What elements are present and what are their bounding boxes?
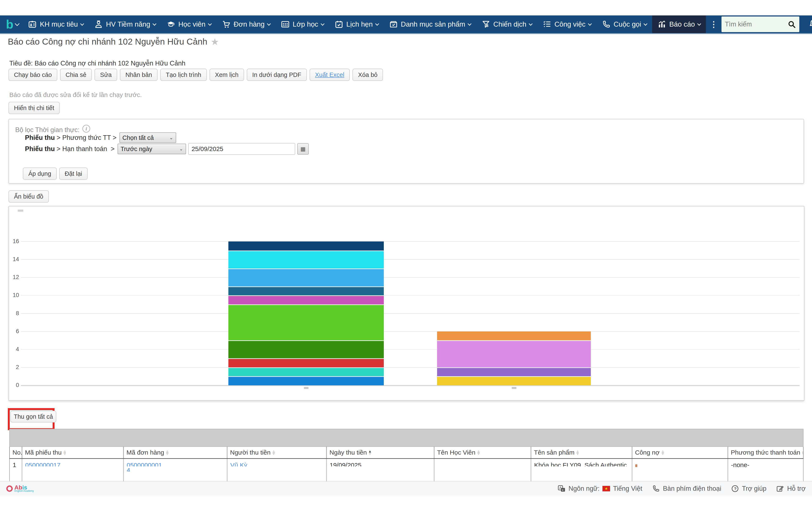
table-cell[interactable]: Vũ Kỳ [227, 459, 327, 481]
hide-chart-button[interactable]: Ẩn biểu đồ [8, 190, 49, 203]
abis-logo[interactable]: Abis English Academy [6, 485, 34, 492]
column-header-m-phi-u-thu[interactable]: Mã phiếu thu▵▿ [22, 447, 124, 458]
funnel-dollar-icon: $ [481, 20, 490, 29]
info-icon[interactable]: i [83, 125, 90, 132]
nav-item-label: Học viên [178, 20, 205, 28]
toolbar-button[interactable]: Nhân bản [120, 69, 158, 81]
record-link[interactable]: Vũ Kỳ [230, 462, 247, 466]
toolbar-button[interactable]: Chia sẻ [60, 69, 92, 81]
record-link[interactable]: 0500000017 [25, 462, 60, 466]
nav-item-đơn-hàng[interactable]: Đơn hàng [216, 15, 275, 33]
chevron-down-icon [208, 22, 212, 25]
language-switcher[interactable]: Ax Ngôn ngữ: ★ Tiếng Việt [558, 485, 642, 493]
cart-icon [222, 20, 231, 29]
bar-segment[interactable] [229, 269, 384, 286]
y-axis-tick-label: 14 [9, 256, 19, 263]
column-header-no-[interactable]: No. [10, 447, 22, 458]
record-link[interactable]: 4 [126, 467, 130, 471]
filter-path-rest: > Phương thức TT > [55, 134, 116, 142]
nav-item-học-viên[interactable]: Học viên [161, 15, 216, 33]
bar-segment[interactable] [229, 250, 384, 269]
sort-icon[interactable]: ▵▿ [64, 450, 66, 455]
toolbar-button[interactable]: Xóa bỏ [353, 69, 383, 81]
column-header-label: Mã phiếu thu [25, 449, 61, 456]
nav-right-group: Tìm kiếm [721, 15, 812, 33]
nav-item-kh-mục-tiêu[interactable]: KH mục tiêu [22, 15, 89, 33]
table-group-band[interactable] [9, 429, 804, 447]
payment-method-select[interactable]: Chọn tất cả ⌄ [119, 132, 176, 143]
table-cell [632, 459, 728, 481]
show-details-button[interactable]: Hiển thị chi tiết [8, 102, 60, 114]
nav-item-cuộc-gọi[interactable]: Cuộc gọi [597, 15, 652, 33]
nav-item-chiến-dịch[interactable]: $Chiến dịch [476, 15, 537, 33]
apply-button[interactable]: Áp dụng [23, 168, 57, 180]
nav-item-báo-cáo[interactable]: Báo cáo [652, 15, 706, 33]
toolbar-button[interactable]: Tạo lịch trình [160, 69, 207, 81]
bar-segment[interactable] [229, 295, 384, 304]
bar-segment[interactable] [229, 304, 384, 340]
toolbar-button[interactable]: Xem lịch [210, 69, 244, 81]
column-header-label: No. [12, 449, 22, 456]
sort-icon[interactable]: ▵▿ [802, 450, 804, 455]
sort-icon[interactable]: ▵▿ [166, 450, 168, 455]
toolbar-button[interactable]: In dưới dạng PDF [247, 69, 307, 81]
search-icon[interactable] [788, 20, 796, 29]
y-axis-tick-label: 8 [9, 310, 19, 317]
edit-square-icon [776, 485, 784, 493]
nav-item-công-việc[interactable]: Công việc [537, 15, 597, 33]
bar-segment[interactable] [437, 331, 591, 341]
nav-item-lớp-học[interactable]: Lớp học [275, 15, 329, 33]
nav-item-danh-mục-sản-phẩm[interactable]: Danh mục sản phẩm [384, 15, 476, 33]
table-cell[interactable]: 0500000017 [22, 459, 124, 481]
column-header-ng-y-thu-ti-n[interactable]: Ngày thu tiền▴▿ [327, 447, 434, 458]
record-link[interactable]: 0500000001 [126, 462, 162, 466]
column-header-m-n-h-ng[interactable]: Mã đơn hàng▵▿ [124, 447, 227, 458]
bar-segment[interactable] [229, 358, 384, 368]
abis-logo-text: Abis [14, 485, 34, 490]
table-cell[interactable]: 05000000014 [124, 459, 227, 481]
collapse-all-button[interactable]: Thu gọn tất cả [10, 411, 56, 422]
search-input[interactable]: Tìm kiếm [721, 16, 799, 32]
toolbar-button[interactable]: Chạy báo cáo [8, 69, 57, 81]
bar-segment[interactable] [437, 340, 591, 368]
notifications-bell-icon[interactable] [809, 19, 812, 30]
footer-link-bàn-phím-điện-thoại[interactable]: Bàn phím điện thoại [652, 485, 721, 493]
bar-segment[interactable] [229, 376, 384, 385]
more-menu-kebab-icon[interactable]: ⋮ [706, 15, 721, 33]
footer-link-hỗ-trợ[interactable]: Hỗ trợ [776, 485, 806, 493]
date-operator-select[interactable]: Trước ngày ⌄ [117, 144, 186, 154]
footer-link-trợ-giúp[interactable]: ?Trợ giúp [731, 485, 767, 493]
svg-text:x: x [562, 488, 563, 492]
column-header-ph-ng-th-c-thanh-to-n[interactable]: Phương thức thanh toán▵▿ [728, 447, 804, 458]
date-field[interactable]: 25/09/2025 [188, 143, 295, 155]
chart-gridline [21, 277, 800, 278]
bar-segment[interactable] [437, 376, 591, 385]
sort-asc-icon[interactable]: ▴▿ [369, 450, 371, 455]
reset-button[interactable]: Đặt lại [59, 168, 88, 180]
bar-segment[interactable] [229, 286, 384, 295]
report-toolbar: Chạy báo cáoChia sẻSửaNhân bảnTạo lịch t… [8, 69, 383, 81]
nav-item-label: Công việc [554, 20, 586, 28]
sort-icon[interactable]: ▵▿ [577, 450, 579, 455]
bar-segment[interactable] [229, 368, 384, 377]
clipped-value-fragment [635, 464, 637, 467]
sort-icon[interactable]: ▵▿ [477, 450, 479, 455]
column-header-label: Tên Học Viên [437, 449, 475, 456]
nav-item-hv-tiềm-năng[interactable]: HV Tiềm năng [89, 15, 161, 33]
calendar-picker-icon[interactable]: ▦ [297, 143, 309, 155]
bar-segment[interactable] [437, 368, 591, 377]
bar-segment[interactable] [229, 340, 384, 358]
bar-segment[interactable] [229, 241, 384, 250]
chart-gridline [21, 259, 800, 260]
column-header-t-n-s-n-ph-m[interactable]: Tên sản phẩm▵▿ [531, 447, 632, 458]
column-header-t-n-h-c-vi-n[interactable]: Tên Học Viên▵▿ [434, 447, 531, 458]
toolbar-button[interactable]: Sửa [95, 69, 117, 81]
app-logo[interactable]: b [0, 15, 22, 33]
nav-item-lịch-hẹn[interactable]: Lịch hẹn [329, 15, 384, 33]
export-excel-button[interactable]: Xuất Excel [310, 69, 350, 81]
sort-icon[interactable]: ▵▿ [662, 450, 664, 455]
sort-icon[interactable]: ▵▿ [273, 450, 275, 455]
column-header-ng-i-thu-ti-n[interactable]: Người thu tiền▵▿ [227, 447, 327, 458]
favorite-star-icon[interactable]: ★ [211, 36, 219, 47]
column-header-c-ng-n-[interactable]: Công nợ▵▿ [632, 447, 728, 458]
